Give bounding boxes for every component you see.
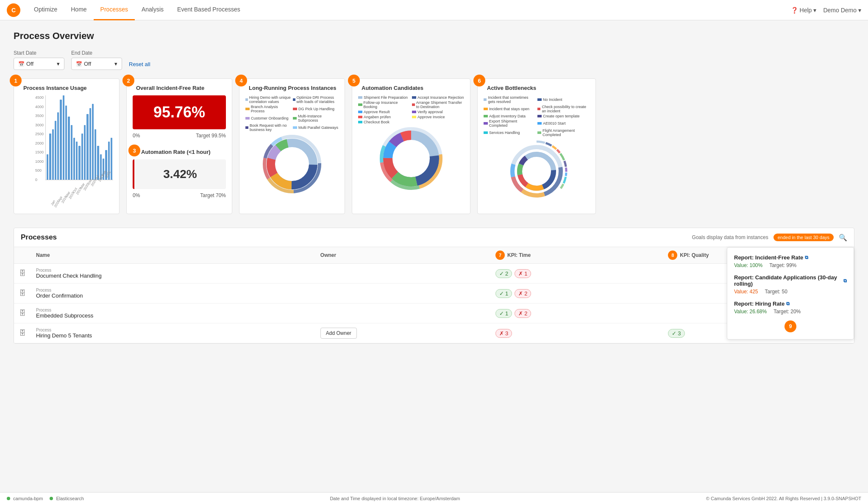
owner-cell-4: Add Owner	[315, 323, 490, 343]
tooltip-report-2: Report: Candidate Applications (30-day r…	[734, 274, 847, 295]
kpi-quality-tooltip: Report: Incident-Free Rate ⧉ Value: 100%…	[727, 247, 854, 340]
user-menu[interactable]: Demo Demo ▾	[823, 7, 861, 14]
x-badge-3: ✗2	[515, 309, 531, 318]
process-icon-4: 🗄	[19, 329, 26, 337]
check-badge-2: ✓1	[495, 289, 512, 298]
automation-rate-value: 3.42%	[133, 159, 226, 189]
start-date-select[interactable]: 📅 Off ▾	[14, 58, 64, 70]
user-chevron-icon: ▾	[858, 7, 861, 14]
kpi-card-4: 4 Long-Running Process Instances Hiring …	[239, 78, 345, 214]
target-label-2: Target: 50	[765, 289, 787, 295]
kpi-time-badge: 7	[495, 251, 505, 260]
processes-header-right: Goals display data from instances ended …	[692, 234, 847, 242]
process-icon-2: 🗄	[19, 290, 26, 297]
report-values-2: Value: 425 Target: 50	[734, 289, 847, 295]
app-logo[interactable]: C	[7, 3, 20, 17]
owner-cell-3	[315, 304, 490, 323]
kpi-card-6: 6 Active Bottlenecks Incident that somet…	[477, 78, 596, 214]
kpi-time-cell-2: ✓1 ✗2	[490, 284, 663, 304]
target-label-1: Target: 99%	[769, 262, 796, 268]
process-name-cell-3: Process Embedded Subprocess	[31, 304, 315, 323]
kpi-badge-6: 6	[473, 75, 485, 86]
nav-analysis[interactable]: Analysis	[135, 0, 170, 20]
process-icon: 🗄	[19, 270, 26, 277]
process-name-cell-4: Process Hiring Demo 5 Tenants	[31, 323, 315, 343]
bar-chart-wrapper: 450040003500300025002000150010005000	[35, 95, 113, 189]
processes-section-title: Processes	[21, 233, 57, 242]
col-owner-header: Owner	[315, 247, 490, 264]
goals-badge[interactable]: ended in the last 30 days	[773, 234, 834, 241]
kpi-time-cell-4: ✗3	[490, 323, 663, 343]
target-label-3: Target: 20%	[773, 309, 801, 315]
process-icon-3: 🗄	[19, 309, 26, 317]
goals-text: Goals display data from instances	[692, 234, 768, 240]
check-badge: ✓2	[495, 269, 512, 278]
process-name-cell: Process Document Check Handling	[31, 264, 315, 284]
page-title: Process Overview	[14, 31, 854, 42]
kpi-time-cell-3: ✓1 ✗2	[490, 304, 663, 323]
owner-cell-2	[315, 284, 490, 304]
kpi-badge-3: 3	[128, 145, 140, 156]
help-menu[interactable]: ❓ Help ▾	[791, 7, 817, 14]
add-owner-button[interactable]: Add Owner	[320, 328, 357, 339]
kpi-title-6: Active Bottlenecks	[484, 85, 590, 91]
report-values-1: Value: 100% Target: 99%	[734, 262, 847, 268]
external-link-icon-2[interactable]: ⧉	[843, 278, 847, 284]
nav-event-based[interactable]: Event Based Processes	[170, 0, 247, 20]
calendar-icon-2: 📅	[76, 61, 82, 67]
end-date-select[interactable]: 📅 Off ▾	[71, 58, 122, 70]
nav-processes[interactable]: Processes	[94, 0, 135, 20]
external-link-icon-3[interactable]: ⧉	[786, 301, 790, 306]
incident-free-rate-footer: 0% Target 99.5%	[133, 133, 226, 139]
top-nav: C Optimize Home Processes Analysis Event…	[0, 0, 868, 20]
value-label-1: Value: 100%	[734, 262, 762, 268]
x-badge: ✗1	[515, 269, 531, 278]
kpi-time-cell: ✓2 ✗1	[490, 264, 663, 284]
nav-home[interactable]: Home	[64, 0, 93, 20]
end-date-label: End Date	[71, 50, 122, 56]
start-date-group: Start Date 📅 Off ▾	[14, 50, 64, 70]
start-date-label: Start Date	[14, 50, 64, 56]
calendar-icon: 📅	[18, 61, 25, 67]
incident-free-rate-value: 95.76%	[133, 95, 226, 129]
nav-optimize[interactable]: Optimize	[27, 0, 64, 20]
question-icon: ❓	[791, 7, 798, 14]
kpi-badge-2: 2	[122, 75, 134, 86]
kpi-badge-1: 1	[10, 75, 22, 86]
donut-chart-4	[262, 134, 322, 194]
kpi-badge-4: 4	[235, 75, 247, 86]
tooltip-report-1: Report: Incident-Free Rate ⧉ Value: 100%…	[734, 254, 847, 268]
kpi-title-3: Automation Rate (<1 hour)	[133, 149, 226, 155]
kpi-quality-badge: 8	[668, 251, 677, 260]
owner-cell	[315, 264, 490, 284]
dropdown-arrow: ▾	[57, 61, 60, 67]
kpi-card-2: 2 Overall Incident-Free Rate 95.76% 0% T…	[126, 78, 232, 214]
process-name-cell-2: Process Order Confirmation	[31, 284, 315, 304]
svg-point-38	[507, 142, 566, 201]
col-name-header: Name	[31, 247, 315, 264]
external-link-icon-1[interactable]: ⧉	[805, 255, 808, 260]
dropdown-arrow-2: ▾	[114, 61, 117, 67]
tooltip-badge-9: 9	[785, 320, 796, 332]
x-badge-2: ✗2	[515, 289, 531, 298]
kpi-title-4: Long-Running Process Instances	[245, 85, 339, 91]
report-values-3: Value: 26.68% Target: 20%	[734, 309, 847, 315]
value-label-2: Value: 425	[734, 289, 758, 295]
check-badge-4: ✓3	[668, 329, 684, 338]
report-title-1: Report: Incident-Free Rate ⧉	[734, 254, 847, 261]
processes-header: Processes Goals display data from instan…	[14, 228, 854, 247]
report-title-3: Report: Hiring Rate ⧉	[734, 301, 847, 307]
reset-all-button[interactable]: Reset all	[129, 61, 150, 67]
donut-chart-6	[505, 139, 568, 203]
kpi-grid: 1 Process Instance Usage 450040003500300…	[14, 78, 854, 214]
search-icon[interactable]: 🔍	[839, 234, 847, 242]
help-chevron-icon: ▾	[813, 7, 816, 14]
processes-section: Processes Goals display data from instan…	[14, 228, 854, 344]
main-content: Process Overview Start Date 📅 Off ▾ End …	[0, 20, 868, 354]
processes-table-wrapper: Name Owner 7 KPI: Time 8 KPI: Quality	[14, 247, 854, 343]
col-icon	[14, 247, 31, 264]
report-title-2: Report: Candidate Applications (30-day r…	[734, 274, 847, 287]
x-badge-4: ✗3	[495, 329, 512, 338]
automation-rate-footer: 0% Target 70%	[133, 192, 226, 198]
kpi-badge-5: 5	[348, 75, 360, 86]
